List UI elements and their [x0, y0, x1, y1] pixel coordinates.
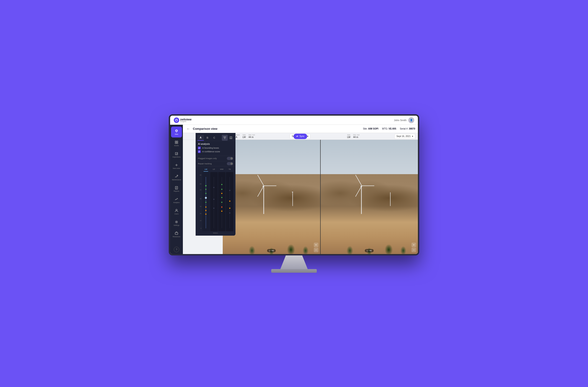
repair-label: Repair tracking: [198, 163, 226, 165]
sidebar-label-new-order: New order: [173, 167, 180, 169]
turbine-main-right: [361, 187, 362, 214]
strip-column-le[interactable]: [210, 172, 218, 231]
main-layout: Sites Assets Inspections New order: [170, 125, 418, 254]
sidebar-item-users[interactable]: Users: [171, 206, 182, 217]
dot-lw-active: [205, 197, 207, 199]
content: ← Comparison view Site: AIM SOPI WTG: VE…: [183, 125, 418, 254]
sidebar-item-reports[interactable]: Reports: [171, 183, 182, 194]
ruler-0: 0: [201, 228, 201, 229]
filter-button[interactable]: [222, 135, 228, 141]
sidebar-label-maintenance: Maintenance: [172, 179, 181, 181]
left-image-panel: 1 / 85 + −: [223, 140, 320, 254]
sidebar: Sites Assets Inspections New order: [170, 125, 183, 254]
dot-lw-3: [205, 193, 207, 194]
strip-col-te: TE: [226, 168, 234, 170]
blade-label: Blade: [236, 134, 240, 136]
strip-column-lw[interactable]: [202, 172, 210, 231]
zoom-out-right[interactable]: −: [412, 248, 416, 252]
export-button[interactable]: [228, 135, 234, 141]
sidebar-item-analytics[interactable]: Analytics: [171, 195, 182, 206]
sync-label: Sync: [299, 135, 304, 138]
date-dropdown-right[interactable]: Sept 16, 2021 ▾: [394, 134, 415, 139]
sidebar-label-assets: Assets: [174, 145, 179, 146]
svg-rect-4: [175, 143, 176, 144]
svg-point-7: [176, 209, 177, 211]
monitor: zeitview Insights John Smith 👤 Sites: [169, 114, 419, 255]
logo: zeitview Insights: [174, 118, 191, 123]
logo-icon: [174, 118, 179, 123]
dot-lw-1: [205, 185, 207, 186]
sidebar-label-resources: Resources: [173, 236, 180, 237]
zoom-in-left[interactable]: +: [314, 243, 318, 247]
dot-le-2: [213, 199, 214, 200]
monitor-stand: [280, 255, 308, 269]
right-scene: [321, 140, 418, 254]
dot-ww-3: [221, 193, 222, 194]
dot-lw-7: [205, 214, 207, 215]
dot-lw-4: [205, 202, 207, 203]
sidebar-item-assets[interactable]: Assets: [171, 138, 182, 149]
app: zeitview Insights John Smith 👤 Sites: [170, 116, 418, 254]
dot-lw-5: [205, 206, 207, 208]
viewer-area: A B C: [183, 133, 418, 254]
flagged-toggle[interactable]: [227, 157, 233, 160]
sidebar-label-settings: Settings: [173, 224, 179, 226]
sidebar-item-sites[interactable]: Sites: [171, 127, 182, 138]
turbine-far-left: [293, 192, 293, 206]
dot-ww-5: [221, 202, 222, 203]
svg-rect-3: [177, 141, 178, 142]
dot-lw-6: [205, 210, 207, 211]
wtg-label: WTG: VE-005: [382, 127, 396, 130]
sidebar-item-resources[interactable]: Resources: [171, 229, 182, 240]
bounding-boxes-row: AI bounding boxes: [198, 147, 233, 149]
svg-point-8: [176, 222, 177, 223]
confidence-score-row: AI confidence score: [198, 150, 233, 153]
svg-rect-9: [175, 233, 178, 234]
dot-le-3: [213, 208, 214, 209]
turbine-main-left: [263, 187, 264, 214]
strip-col-lw: LW: [202, 168, 210, 170]
left-scene: [223, 140, 320, 254]
dot-ww-6: [221, 206, 222, 208]
sidebar-item-inspections[interactable]: Inspections: [171, 149, 182, 160]
dot-te-1: [229, 190, 230, 191]
dist-col: Dist. root 44 m: [249, 134, 255, 138]
panel-controls-left: + −: [314, 243, 318, 252]
sidebar-item-maintenance[interactable]: Maintenance: [171, 172, 182, 183]
dist-value: 44 m: [249, 136, 255, 138]
zoom-out-left[interactable]: −: [314, 248, 318, 252]
bounding-boxes-label: AI bounding boxes: [202, 147, 219, 149]
repair-toggle-thumb: [231, 163, 233, 165]
tab-blade-a[interactable]: A: [197, 135, 204, 141]
strip-column-te[interactable]: [226, 172, 233, 231]
sidebar-item-new-order[interactable]: New order: [171, 161, 182, 172]
help-button[interactable]: ?: [174, 247, 179, 252]
sidebar-item-settings[interactable]: Settings: [171, 218, 182, 228]
right-image-panel: 1 / 85 + −: [321, 140, 418, 254]
right-side-label: Side: [347, 134, 350, 136]
zoom-in-right[interactable]: +: [412, 243, 416, 247]
tab-blade-b[interactable]: B: [204, 135, 211, 141]
ruler-60: 60: [200, 183, 201, 185]
dot-ww-2: [221, 189, 222, 190]
strip-chart: LW LE WW TE: [196, 166, 235, 236]
repair-toggle[interactable]: [227, 162, 233, 165]
tab-blade-c[interactable]: C: [211, 135, 217, 141]
sidebar-label-inspections: Inspections: [172, 156, 180, 158]
site-info: Site: AIM SOPI WTG: VE-005 Serial #: 388…: [363, 127, 415, 130]
back-button[interactable]: ←: [186, 126, 191, 132]
blade-value: A: [236, 136, 240, 138]
strip-column-ww[interactable]: [218, 172, 226, 231]
sync-button[interactable]: ⇄ Sync: [294, 134, 307, 139]
bounding-boxes-checkbox[interactable]: [198, 147, 201, 149]
ruler-30: 30: [200, 206, 201, 207]
flagged-toggle-row: Flagged images only: [196, 156, 235, 161]
dot-ww-7: [221, 211, 222, 212]
sidebar-label-analytics: Analytics: [173, 202, 180, 203]
sidebar-bottom: ?: [174, 247, 179, 252]
svg-point-1: [176, 130, 177, 131]
confidence-score-checkbox[interactable]: [198, 150, 201, 153]
top-header: zeitview Insights John Smith 👤: [170, 116, 418, 125]
side-col: Side LW: [243, 134, 246, 138]
repair-toggle-row: Repair tracking: [196, 161, 235, 166]
